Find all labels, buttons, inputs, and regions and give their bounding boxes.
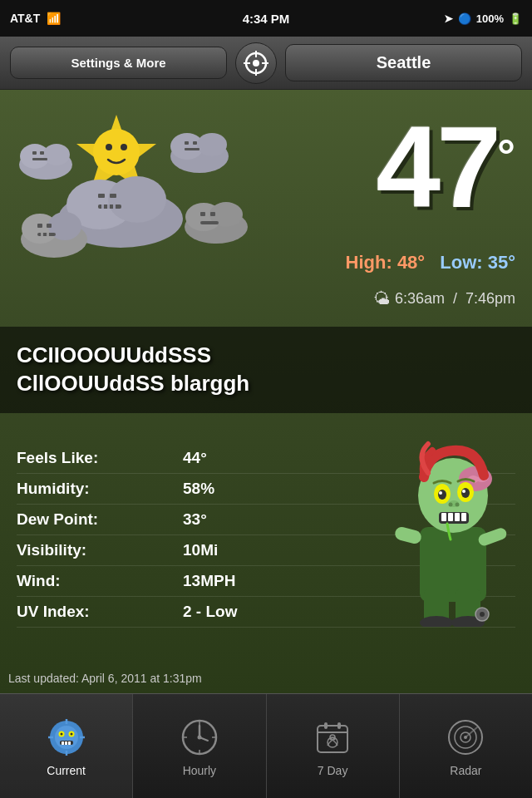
humidity-value: 58% bbox=[183, 480, 214, 498]
high-label: High: bbox=[346, 252, 397, 273]
svg-point-59 bbox=[438, 490, 446, 500]
status-right: ➤ 🔵 100% 🔋 bbox=[444, 12, 522, 25]
svg-point-12 bbox=[108, 176, 166, 223]
battery-label: 100% bbox=[476, 12, 504, 25]
svg-rect-38 bbox=[47, 233, 49, 236]
carrier-label: AT&T bbox=[10, 12, 40, 25]
tab-hourly[interactable]: Hourly bbox=[133, 694, 266, 798]
svg-rect-23 bbox=[40, 151, 44, 155]
tab-hourly-label: Hourly bbox=[183, 764, 216, 777]
wifi-icon: 📶 bbox=[47, 12, 61, 25]
status-left: AT&T 📶 bbox=[10, 12, 61, 25]
svg-point-9 bbox=[121, 144, 127, 150]
weather-illustration bbox=[8, 98, 249, 273]
svg-point-8 bbox=[106, 144, 112, 150]
clock-icon bbox=[180, 717, 219, 757]
svg-rect-70 bbox=[461, 513, 466, 521]
sun-separator: / bbox=[453, 290, 457, 308]
svg-point-7 bbox=[93, 129, 140, 175]
settings-button[interactable]: Settings & More bbox=[10, 47, 227, 79]
tab-7day[interactable]: 7 Day bbox=[267, 694, 400, 798]
zombie-sun-icon bbox=[47, 717, 86, 757]
dew-point-value: 33° bbox=[183, 510, 207, 529]
svg-rect-68 bbox=[448, 513, 453, 521]
current-tab-icon bbox=[45, 716, 88, 759]
svg-point-75 bbox=[60, 732, 62, 735]
high-low-display: High: 48° Low: 35° bbox=[346, 252, 515, 273]
weather-art bbox=[8, 98, 258, 281]
svg-rect-43 bbox=[210, 212, 215, 216]
hourly-tab-icon bbox=[178, 716, 221, 759]
tab-radar-label: Radar bbox=[450, 764, 481, 777]
visibility-value: 10Mi bbox=[183, 541, 218, 559]
svg-rect-34 bbox=[37, 224, 42, 228]
target-button[interactable] bbox=[235, 42, 277, 84]
temperature-value: 47 bbox=[376, 115, 497, 219]
tab-current[interactable]: Current bbox=[0, 694, 133, 798]
svg-rect-69 bbox=[455, 513, 460, 521]
crosshair-icon bbox=[244, 51, 268, 76]
bluetooth-icon: 🔵 bbox=[458, 12, 471, 25]
svg-rect-28 bbox=[185, 141, 189, 145]
description-line1: CCIIOOOUUddSSS bbox=[17, 342, 515, 370]
svg-rect-14 bbox=[110, 194, 116, 198]
7day-tab-icon bbox=[311, 716, 354, 759]
low-value: 35° bbox=[488, 252, 515, 273]
svg-rect-67 bbox=[441, 513, 446, 521]
svg-rect-35 bbox=[47, 224, 52, 228]
status-time: 4:34 PM bbox=[243, 12, 290, 26]
svg-rect-42 bbox=[200, 212, 205, 216]
low-label: Low: bbox=[440, 252, 487, 273]
svg-point-1 bbox=[253, 60, 259, 66]
description-line2: CllOOUUddSS blarggh bbox=[17, 370, 515, 398]
location-button[interactable]: Seattle bbox=[285, 44, 522, 81]
svg-rect-18 bbox=[113, 204, 116, 209]
svg-rect-37 bbox=[41, 233, 43, 236]
last-updated-text: Last updated: April 6, 2011 at 1:31pm bbox=[8, 672, 202, 685]
zombie-character bbox=[382, 436, 524, 618]
feels-like-value: 44° bbox=[183, 449, 207, 467]
humidity-label: Humidity: bbox=[17, 480, 183, 498]
dew-point-label: Dew Point: bbox=[17, 510, 183, 529]
uv-index-value: 2 - Low bbox=[183, 603, 237, 621]
svg-rect-52 bbox=[393, 525, 422, 545]
feels-like-label: Feels Like: bbox=[17, 449, 183, 467]
high-value: 48° bbox=[397, 252, 425, 273]
svg-point-60 bbox=[461, 488, 470, 498]
svg-point-72 bbox=[55, 726, 78, 749]
tab-7day-label: 7 Day bbox=[318, 764, 348, 777]
location-arrow-icon: ➤ bbox=[444, 12, 453, 25]
svg-rect-95 bbox=[324, 722, 328, 729]
radar-icon bbox=[446, 717, 485, 757]
svg-rect-79 bbox=[65, 741, 67, 745]
svg-rect-13 bbox=[98, 194, 105, 198]
temperature-display: 47 ° bbox=[376, 115, 515, 219]
svg-rect-30 bbox=[185, 148, 200, 150]
sun-times-display: 🌤 6:36am / 7:46pm bbox=[373, 289, 515, 308]
svg-point-76 bbox=[70, 732, 72, 735]
tab-current-label: Current bbox=[47, 764, 86, 777]
svg-rect-96 bbox=[337, 722, 341, 729]
tab-bar: Current Hourly bbox=[0, 693, 532, 798]
battery-icon: 🔋 bbox=[509, 12, 522, 25]
svg-point-61 bbox=[439, 491, 442, 495]
svg-rect-78 bbox=[62, 741, 64, 745]
svg-rect-22 bbox=[32, 151, 37, 155]
zombie-illustration bbox=[382, 436, 524, 627]
sunset-value: 7:46pm bbox=[466, 290, 515, 308]
degree-symbol: ° bbox=[497, 130, 515, 183]
tab-radar[interactable]: Radar bbox=[400, 694, 532, 798]
visibility-label: Visibility: bbox=[17, 541, 183, 559]
wind-label: Wind: bbox=[17, 572, 183, 590]
sunrise-value: 6:36am bbox=[395, 290, 445, 308]
description-area: CCIIOOOUUddSSS CllOOUUddSS blarggh bbox=[0, 327, 532, 413]
svg-point-62 bbox=[462, 490, 466, 493]
main-content: 47 ° High: 48° Low: 35° 🌤 6:36am / 7:46p… bbox=[0, 90, 532, 693]
svg-point-65 bbox=[456, 503, 460, 507]
wind-value: 13MPH bbox=[183, 572, 235, 590]
svg-rect-24 bbox=[32, 158, 47, 160]
svg-rect-93 bbox=[318, 726, 347, 752]
svg-point-51 bbox=[480, 612, 485, 617]
calendar-biohazard-icon bbox=[313, 717, 352, 757]
sun-icon: 🌤 bbox=[373, 289, 390, 308]
